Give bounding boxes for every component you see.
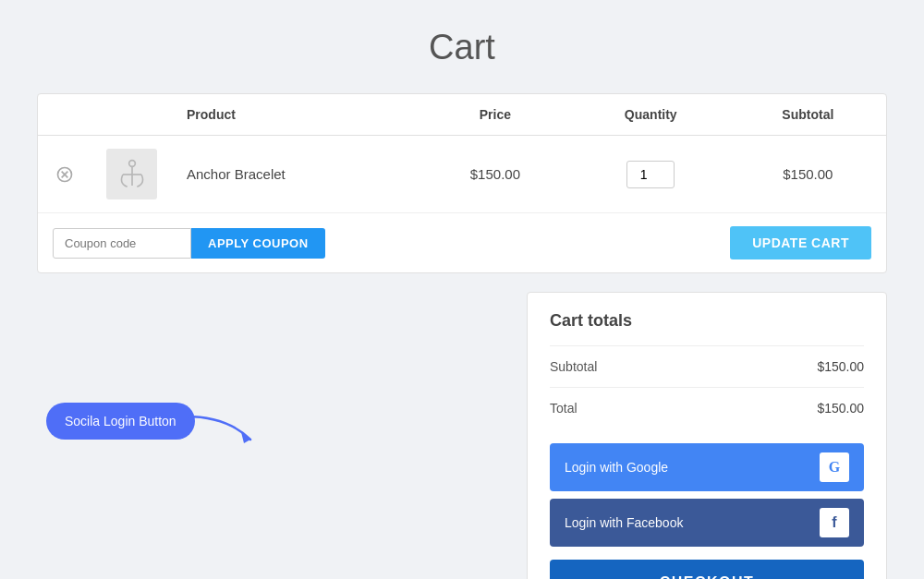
annotation-bubble: Socila Login Button (46, 403, 195, 440)
login-buttons: Login with Google G Login with Facebook … (550, 443, 864, 547)
cart-footer: APPLY COUPON UPDATE CART (38, 213, 886, 272)
table-row: Anchor Bracelet $150.00 $150.00 (38, 136, 886, 213)
facebook-icon: f (820, 508, 849, 537)
google-login-label: Login with Google (565, 460, 668, 475)
col-price: Price (419, 94, 572, 136)
col-product: Product (172, 94, 419, 136)
remove-item-button[interactable] (53, 163, 77, 187)
col-image (91, 94, 172, 136)
total-row: Total $150.00 (550, 387, 864, 428)
cart-totals-panel: Cart totals Subtotal $150.00 Total $150.… (527, 292, 887, 579)
total-value: $150.00 (817, 401, 864, 416)
subtotal-label: Subtotal (550, 359, 597, 374)
product-subtotal: $150.00 (730, 136, 886, 213)
checkout-button[interactable]: CHECKOUT (550, 560, 864, 579)
update-cart-button[interactable]: UPDATE CART (730, 226, 871, 259)
product-price: $150.00 (419, 136, 572, 213)
login-facebook-button[interactable]: Login with Facebook f (550, 499, 864, 547)
login-google-button[interactable]: Login with Google G (550, 443, 864, 491)
cart-table-wrapper: Product Price Quantity Subtotal (37, 93, 887, 273)
annotation-arrow (181, 412, 255, 449)
coupon-input[interactable] (53, 228, 191, 259)
page-title: Cart (37, 28, 887, 67)
apply-coupon-button[interactable]: APPLY COUPON (191, 228, 325, 259)
page-container: Cart Product Price Quantity Subtotal (0, 0, 924, 579)
cart-totals-title: Cart totals (550, 311, 864, 331)
subtotal-row: Subtotal $150.00 (550, 345, 864, 387)
col-quantity: Quantity (572, 94, 730, 136)
facebook-login-label: Login with Facebook (565, 515, 683, 530)
subtotal-value: $150.00 (817, 359, 864, 374)
annotation-wrapper: Socila Login Button (46, 403, 195, 440)
col-subtotal: Subtotal (730, 94, 886, 136)
svg-point-3 (128, 160, 135, 166)
quantity-input[interactable] (626, 161, 675, 188)
google-icon: G (820, 452, 849, 482)
col-remove (38, 94, 91, 136)
product-image (106, 149, 157, 199)
total-label: Total (550, 401, 578, 416)
cart-table: Product Price Quantity Subtotal (38, 94, 886, 213)
coupon-area: APPLY COUPON (53, 228, 325, 259)
product-name: Anchor Bracelet (187, 166, 286, 182)
bottom-section: Socila Login Button Cart totals Subtotal… (37, 292, 887, 579)
